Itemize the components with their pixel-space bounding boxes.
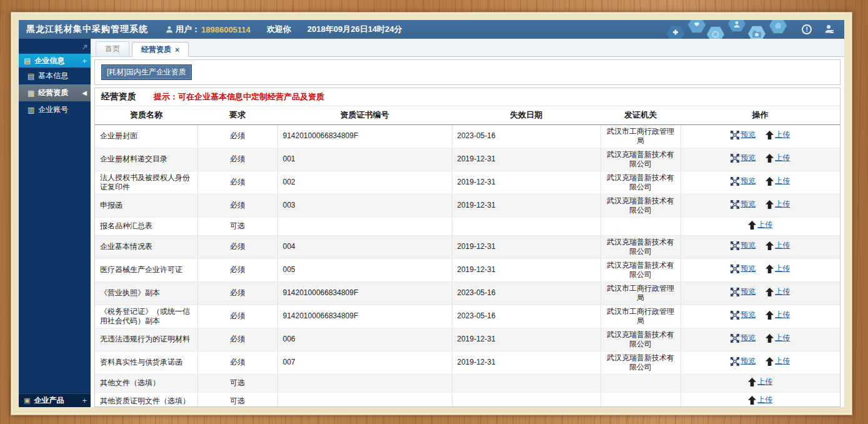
sidebar-group-company-products[interactable]: ▣ 企业产品 +	[19, 393, 91, 407]
cell-actions: 预览上传	[681, 124, 840, 148]
cell-expiry: 2019-12-31	[452, 148, 601, 171]
preview-link[interactable]: 预览	[731, 241, 756, 250]
preview-link[interactable]: 预览	[731, 153, 756, 163]
qualification-type-panel: [耗材]国内生产企业资质	[94, 59, 841, 85]
cell-actions: 上传	[681, 392, 840, 407]
upload-link[interactable]: 上传	[766, 287, 790, 296]
upload-link[interactable]: 上传	[766, 130, 790, 139]
preview-link[interactable]: 预览	[731, 176, 756, 186]
preview-link[interactable]: 预览	[731, 199, 756, 209]
sidebar-item-business-qualification[interactable]: ▦ 经营资质 ◀	[19, 84, 91, 101]
upload-link[interactable]: 上传	[766, 153, 790, 163]
card-icon: ▥	[27, 106, 34, 114]
cell-issuer	[601, 374, 681, 392]
cell-actions: 上传	[681, 374, 840, 392]
building-icon: ▤	[24, 56, 31, 65]
cell-actions: 预览上传	[681, 351, 840, 374]
preview-link[interactable]: 预览	[731, 264, 756, 273]
cell-cert: 003	[277, 194, 452, 217]
cell-cert	[277, 392, 452, 407]
header-icons: !	[796, 24, 844, 34]
user-label: 用户：	[176, 24, 200, 35]
upload-link[interactable]: 上传	[766, 310, 790, 320]
cell-expiry: 2023-05-16	[452, 124, 601, 148]
sidebar-item-company-account[interactable]: ▥ 企业账号	[19, 101, 91, 118]
section-header: 经营资质 提示：可在企业基本信息中定制经营产品及资质	[95, 88, 840, 106]
cell-actions: 预览上传	[681, 328, 840, 351]
cell-name: 企业册封面	[95, 124, 197, 148]
table-row: 法人授权书及被授权人身份证复印件必须0022019-12-31武汉克瑞普新技术有…	[95, 171, 840, 194]
preview-link[interactable]: 预览	[731, 333, 756, 343]
upload-icon	[766, 154, 774, 163]
cell-cert: 007	[277, 351, 452, 374]
sidebar-group-label: 企业产品	[34, 395, 64, 406]
cell-name: 《税务登记证》（或统一信用社会代码）副本	[95, 305, 197, 328]
sidebar-top	[19, 39, 91, 54]
table-row: 其他资质证明文件（选填）可选上传	[95, 392, 840, 407]
cell-req: 必须	[197, 148, 277, 171]
table-row: 《营业执照》副本必须91420100066834809F2023-05-16武汉…	[95, 281, 840, 305]
cell-req: 必须	[197, 171, 277, 194]
document-grid-icon: ▦	[27, 89, 34, 98]
sidebar-item-basic-info[interactable]: ▤ 基本信息	[19, 68, 91, 84]
cell-actions: 上传	[681, 217, 840, 235]
tab-home[interactable]: 首页	[96, 41, 129, 56]
tab-close-icon[interactable]: ×	[175, 46, 179, 54]
cell-actions: 预览上传	[681, 258, 840, 281]
cell-expiry	[452, 374, 601, 392]
preview-link[interactable]: 预览	[731, 287, 756, 296]
sidebar-item-label: 基本信息	[38, 71, 68, 81]
user-block: 用户： 18986005114	[166, 24, 251, 35]
preview-icon	[731, 311, 739, 320]
cell-cert	[277, 217, 452, 235]
sidebar-collapse-icon[interactable]	[82, 41, 87, 53]
cell-cert	[277, 374, 452, 392]
cell-expiry: 2019-12-31	[452, 258, 601, 281]
cell-actions: 预览上传	[681, 305, 840, 328]
upload-link[interactable]: 上传	[766, 199, 790, 209]
upload-link[interactable]: 上传	[766, 176, 790, 186]
col-header-name: 资质名称	[95, 106, 197, 124]
upload-link[interactable]: 上传	[766, 264, 790, 273]
qualification-type-button[interactable]: [耗材]国内生产企业资质	[101, 64, 192, 80]
cell-issuer: 武汉克瑞普新技术有限公司	[601, 328, 681, 351]
cell-name: 资料真实性与供货承诺函	[95, 351, 197, 374]
account-logout-icon[interactable]	[823, 24, 834, 34]
tab-bar: 首页 经营资质 ×	[91, 39, 844, 57]
upload-icon	[766, 131, 774, 139]
cell-name: 无违法违规行为的证明材料	[95, 328, 197, 351]
sidebar-item-label: 企业账号	[38, 104, 68, 115]
preview-icon	[731, 265, 739, 273]
info-icon[interactable]: !	[802, 24, 812, 34]
cell-issuer: 武汉克瑞普新技术有限公司	[601, 258, 681, 281]
cell-req: 可选	[197, 392, 277, 407]
wood-frame-bezel: 黑龙江耗材集中采购管理系统 用户： 18986005114 欢迎你 2018年0…	[11, 12, 852, 415]
preview-link[interactable]: 预览	[731, 310, 756, 320]
preview-link[interactable]: 预览	[731, 130, 756, 139]
upload-link[interactable]: 上传	[766, 356, 790, 366]
cell-cert: 91420100066834809F	[277, 305, 452, 328]
upload-icon	[766, 241, 774, 250]
cell-name: 其他资质证明文件（选填）	[95, 392, 197, 407]
section-hint: 提示：可在企业基本信息中定制经营产品及资质	[154, 91, 324, 103]
cell-issuer: 武汉市工商行政管理局	[601, 281, 681, 305]
welcome-text: 欢迎你	[267, 24, 291, 35]
selected-arrow-icon: ◀	[82, 89, 91, 96]
app-window: 黑龙江耗材集中采购管理系统 用户： 18986005114 欢迎你 2018年0…	[19, 20, 844, 407]
cell-req: 必须	[197, 194, 277, 217]
upload-link[interactable]: 上传	[748, 395, 772, 405]
upload-link[interactable]: 上传	[748, 377, 772, 386]
cell-actions: 预览上传	[681, 148, 840, 171]
col-header-requirement: 要求	[197, 106, 277, 124]
upload-link[interactable]: 上传	[766, 333, 790, 343]
upload-link[interactable]: 上传	[748, 220, 772, 230]
upload-icon	[766, 334, 774, 343]
preview-link[interactable]: 预览	[731, 356, 756, 366]
cell-req: 必须	[197, 281, 277, 305]
upload-link[interactable]: 上传	[766, 241, 790, 250]
cell-name: 企业册材料递交目录	[95, 148, 197, 171]
cell-name: 申报函	[95, 194, 197, 217]
tab-business-qualification[interactable]: 经营资质 ×	[132, 42, 189, 57]
upload-icon	[766, 265, 774, 273]
sidebar-group-company-info[interactable]: ▤ 企业信息 +	[19, 54, 91, 68]
